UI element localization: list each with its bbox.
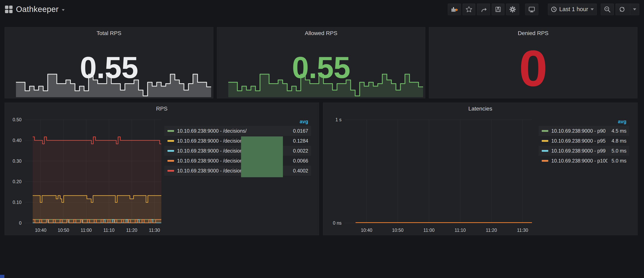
series-color-swatch (542, 150, 548, 152)
series-avg-value: 4.8 ms (612, 138, 626, 144)
time-range-label: Last 1 hour (559, 6, 588, 12)
stat-panel-allowed-rps: Allowed RPS 0.55 (217, 27, 425, 98)
svg-text:11:30: 11:30 (149, 228, 160, 233)
series-color-swatch (542, 140, 548, 142)
svg-text:11:20: 11:20 (126, 228, 137, 233)
panel-title[interactable]: Denied RPS (429, 30, 637, 36)
refresh-button[interactable] (616, 3, 639, 15)
tv-mode-button[interactable] (525, 3, 538, 15)
series-color-swatch (168, 140, 174, 142)
series-name: 10.10.69.238:9000 - p99 (551, 148, 608, 154)
series-name: 10.10.69.238:9000 - p100 (551, 158, 608, 164)
zoom-out-time-button[interactable] (601, 3, 614, 15)
series-color-swatch (168, 160, 174, 162)
svg-text:0.10: 0.10 (12, 200, 22, 205)
legend-row[interactable]: 10.10.69.238:9000 - p954.8 ms (538, 136, 629, 146)
panel-title[interactable]: Total RPS (5, 30, 213, 36)
series-name: 10.10.69.238:9000 - /decisions/ (177, 128, 289, 134)
allowed-rps-value: 0.55 (217, 52, 425, 83)
dashboard-title-caret-icon (62, 9, 64, 11)
denied-rps-value: 0 (429, 43, 637, 94)
series-avg-value: 0.4002 (293, 168, 308, 174)
total-rps-value: 0.55 (5, 52, 213, 83)
corner-blue-element (0, 275, 4, 278)
save-dashboard-button[interactable] (492, 3, 504, 15)
svg-text:11:10: 11:10 (454, 228, 466, 233)
refresh-interval-caret-icon (633, 8, 636, 10)
series-color-swatch (168, 170, 174, 172)
series-avg-value: 4.5 ms (612, 128, 626, 134)
dashboard-grid-icon (5, 5, 13, 13)
legend-row[interactable]: 10.10.69.238:9000 - /decisions/0.4002 (164, 166, 311, 176)
svg-text:10:50: 10:50 (392, 228, 404, 233)
save-icon (495, 6, 502, 13)
svg-text:0.30: 0.30 (12, 159, 22, 164)
dashboard-header: Oathkeeper (0, 0, 644, 18)
legend-row[interactable]: 10.10.69.238:9000 - p1005.0 ms (538, 156, 629, 166)
svg-text:11:00: 11:00 (424, 228, 435, 233)
svg-text:11:00: 11:00 (80, 228, 92, 233)
clock-icon (551, 6, 557, 12)
series-avg-value: 0.0167 (293, 128, 308, 134)
svg-text:0.50: 0.50 (12, 117, 22, 122)
series-avg-value: 0.1284 (293, 138, 308, 144)
refresh-icon (618, 6, 626, 13)
stat-panel-total-rps: Total RPS 0.55 (4, 27, 213, 98)
series-name: 10.10.69.238:9000 - p95 (551, 138, 608, 144)
series-avg-value: 0.0066 (293, 158, 308, 164)
time-range-picker[interactable]: Last 1 hour (548, 3, 597, 15)
series-avg-value: 5.0 ms (612, 148, 626, 154)
rps-legend: avg10.10.69.238:9000 - /decisions/0.0167… (164, 117, 311, 176)
latencies-legend: avg10.10.69.238:9000 - p904.5 ms10.10.69… (538, 117, 629, 166)
header-toolbar: Last 1 hour (446, 3, 639, 15)
legend-row[interactable]: 10.10.69.238:9000 - /decisions/0.0022 (164, 146, 311, 156)
dashboard-settings-button[interactable] (506, 3, 519, 15)
series-color-swatch (168, 130, 174, 132)
graph-panel-rps: RPS 00.100.200.300.400.5010:4010:5011:00… (4, 103, 319, 235)
series-color-swatch (542, 130, 548, 132)
panel-title[interactable]: Allowed RPS (217, 30, 425, 36)
legend-row[interactable]: 10.10.69.238:9000 - p904.5 ms (538, 126, 629, 136)
legend-row[interactable]: 10.10.69.238:9000 - p995.0 ms (538, 146, 629, 156)
time-range-caret-icon (590, 8, 594, 10)
rps-chart-plot[interactable]: 00.100.200.300.400.5010:4010:5011:0011:1… (5, 103, 170, 236)
add-panel-button[interactable] (448, 3, 461, 15)
series-color-swatch (542, 160, 548, 162)
monitor-icon (528, 6, 535, 13)
star-dashboard-button[interactable] (462, 3, 475, 15)
svg-text:11:10: 11:10 (103, 228, 114, 233)
legend-avg-header[interactable]: avg (164, 117, 311, 126)
legend-row[interactable]: 10.10.69.238:9000 - /decisions/0.0066 (164, 156, 311, 166)
svg-text:10:50: 10:50 (58, 228, 69, 233)
series-name: 10.10.69.238:9000 - p90 (551, 128, 608, 134)
zoom-out-icon (604, 6, 611, 13)
svg-text:0: 0 (19, 221, 22, 226)
svg-text:0.20: 0.20 (12, 179, 22, 184)
share-dashboard-button[interactable] (477, 3, 490, 15)
dashboard-title: Oathkeeper (16, 5, 58, 14)
add-panel-icon (451, 6, 458, 13)
dashboard-title-picker[interactable]: Oathkeeper (5, 5, 64, 14)
share-icon (480, 6, 487, 13)
svg-text:11:30: 11:30 (517, 228, 528, 233)
series-avg-value: 5.0 ms (612, 158, 626, 164)
legend-row[interactable]: 10.10.69.238:9000 - /decisions/0.1284 (164, 136, 311, 146)
gear-icon (509, 6, 516, 13)
latencies-chart-plot[interactable]: 0 ns1 s10:4010:5011:0011:1011:2011:30 (323, 103, 540, 236)
svg-text:0.40: 0.40 (12, 138, 22, 143)
refresh-interval-dropdown[interactable] (630, 4, 639, 15)
stat-panel-denied-rps: Denied RPS 0 (429, 27, 638, 98)
svg-text:10:40: 10:40 (361, 228, 372, 233)
svg-text:1 s: 1 s (335, 117, 342, 122)
series-color-swatch (168, 150, 174, 152)
graph-panel-latencies: Latencies 0 ns1 s10:4010:5011:0011:1011:… (323, 103, 638, 235)
green-overlay-box (241, 136, 283, 177)
legend-row[interactable]: 10.10.69.238:9000 - /decisions/0.0167 (164, 126, 311, 136)
series-avg-value: 0.0022 (293, 148, 308, 154)
svg-text:10:40: 10:40 (35, 228, 46, 233)
star-icon (466, 6, 472, 13)
legend-avg-header[interactable]: avg (538, 117, 629, 126)
svg-text:11:20: 11:20 (486, 228, 497, 233)
svg-text:0 ns: 0 ns (333, 221, 342, 226)
grafana-dashboard: Oathkeeper (0, 0, 644, 278)
